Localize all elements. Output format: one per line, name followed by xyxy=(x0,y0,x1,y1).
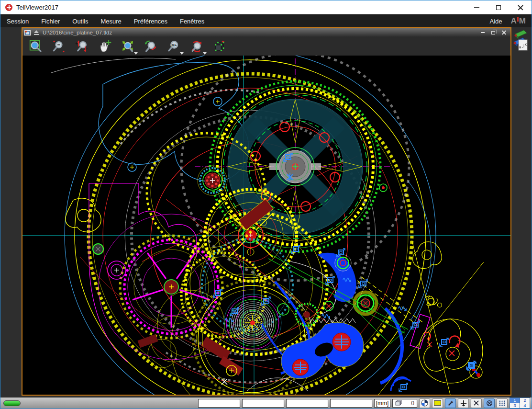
minimize-button[interactable] xyxy=(466,0,488,14)
eyedropper-icon xyxy=(447,400,454,407)
crosshair-icon xyxy=(460,400,467,407)
grid-points-button[interactable] xyxy=(497,398,508,408)
menu-outils[interactable]: Outils xyxy=(66,15,94,28)
zoom-out-dynamic-button[interactable] xyxy=(48,38,69,55)
svg-text:M+: M+ xyxy=(172,43,177,47)
zoom-memory-button[interactable]: M+ xyxy=(163,38,184,55)
crosshair-button[interactable] xyxy=(458,398,469,408)
quadrant-3[interactable]: 3 xyxy=(510,403,520,408)
am-logo: AM xyxy=(511,16,532,26)
zoom-in-out-dynamic-button[interactable]: + - xyxy=(71,38,92,55)
active-color-swatch xyxy=(434,400,441,406)
x-icon xyxy=(473,400,479,406)
application-window: TellViewer2017 Session Fichier Outils Me… xyxy=(0,0,532,409)
datum-target-button[interactable] xyxy=(419,398,430,408)
viewport-quadrant-selector[interactable]: 1 2 3 4 xyxy=(510,398,530,409)
rotate-view-button[interactable] xyxy=(186,38,207,55)
rotate-free-button[interactable] xyxy=(140,38,161,55)
maximize-icon xyxy=(496,5,501,10)
menu-fichier[interactable]: Fichier xyxy=(35,15,66,28)
menu-fenetres[interactable]: Fenêtres xyxy=(174,15,211,28)
svg-text:+: + xyxy=(76,41,78,45)
document-close-icon xyxy=(502,31,506,35)
status-field-3[interactable] xyxy=(286,399,328,408)
app-icon xyxy=(5,4,12,11)
svg-text:-: - xyxy=(86,45,88,50)
zoom-memory-icon: M+ xyxy=(167,40,180,53)
datum-target-icon xyxy=(421,399,428,407)
color-swatch-button[interactable] xyxy=(432,398,443,408)
cube-3d-icon xyxy=(213,40,226,53)
zoom-fit-button[interactable] xyxy=(117,38,138,55)
grid-points-icon xyxy=(499,400,506,407)
rotate-free-icon xyxy=(144,40,157,53)
pan-hand-icon xyxy=(98,40,111,53)
am-logo-accent xyxy=(517,17,519,22)
view-toolbar: + - xyxy=(22,37,510,56)
cad-drawing xyxy=(22,56,510,395)
zoom-fit-icon xyxy=(121,40,134,53)
document-minimize-button[interactable] xyxy=(478,29,488,36)
document-title: U:\2016\cine_platine_07.tldz xyxy=(43,30,112,35)
menu-mesure[interactable]: Mesure xyxy=(95,15,128,28)
unit-label: [mm] xyxy=(374,399,390,408)
minimize-icon xyxy=(474,7,479,8)
document-close-button[interactable] xyxy=(499,29,509,36)
document-window: U:\2016\cine_platine_07.tldz xyxy=(22,27,511,396)
rotate-view-icon xyxy=(190,40,203,53)
measure-tool-button[interactable] xyxy=(512,28,529,58)
document-restore-button[interactable] xyxy=(488,29,498,36)
snap-off-button[interactable] xyxy=(484,398,495,408)
title-bar: TellViewer2017 xyxy=(0,0,532,14)
close-button[interactable] xyxy=(510,0,532,14)
eject-icon[interactable] xyxy=(33,30,39,35)
document-title-bar[interactable]: U:\2016\cine_platine_07.tldz xyxy=(22,28,510,37)
document-restore-icon xyxy=(491,31,495,34)
document-minimize-icon xyxy=(481,32,485,33)
close-icon xyxy=(518,5,523,11)
quadrant-1[interactable]: 1 xyxy=(510,398,520,403)
status-field-4[interactable] xyxy=(330,399,372,408)
zoom-window-icon xyxy=(29,40,43,53)
quadrant-2[interactable]: 2 xyxy=(520,398,530,403)
menu-session[interactable]: Session xyxy=(0,15,35,28)
status-field-1[interactable] xyxy=(198,399,240,408)
menu-preferences[interactable]: Préférences xyxy=(128,15,174,28)
menu-bar: Session Fichier Outils Mesure Préférence… xyxy=(0,14,532,27)
drawing-canvas[interactable] xyxy=(22,56,510,395)
magenta-wheel xyxy=(89,183,244,362)
measure-books-icon xyxy=(512,28,529,56)
menu-aide[interactable]: Aide xyxy=(484,15,511,28)
layers-icon xyxy=(395,400,402,406)
mdi-area: U:\2016\cine_platine_07.tldz xyxy=(0,27,532,398)
progress-indicator xyxy=(3,400,21,406)
circle-x-icon xyxy=(486,400,493,407)
layer-count-value: 0 xyxy=(411,400,414,407)
status-field-2[interactable] xyxy=(242,399,284,408)
pan-button[interactable] xyxy=(94,38,115,55)
pick-mode-button[interactable] xyxy=(445,398,456,408)
view-3d-cube-button[interactable] xyxy=(209,38,230,55)
zoom-in-out-icon: + - xyxy=(75,40,89,53)
document-icon xyxy=(24,30,31,36)
status-bar: [mm] 0 xyxy=(0,398,532,409)
quadrant-4[interactable]: 4 xyxy=(520,403,530,408)
zoom-window-button[interactable] xyxy=(25,38,46,55)
maximize-button[interactable] xyxy=(488,0,510,14)
clear-selection-button[interactable] xyxy=(471,398,482,408)
layer-counter: 0 xyxy=(392,399,417,408)
zoom-out-icon xyxy=(52,40,66,53)
app-title: TellViewer2017 xyxy=(16,4,58,11)
